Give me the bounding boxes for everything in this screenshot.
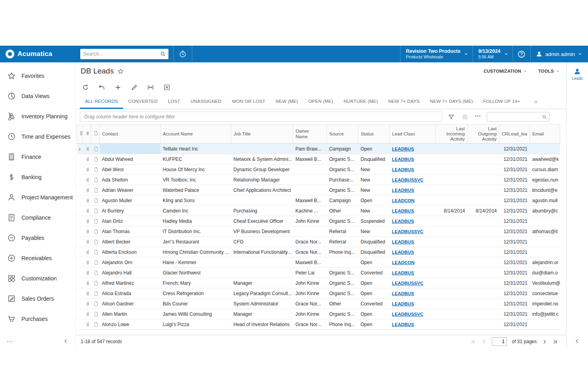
- crlead-cell[interactable]: 12/31/2021: [499, 144, 530, 154]
- lead-class-cell[interactable]: LEADBUS: [390, 319, 436, 330]
- crlead-cell[interactable]: 12/31/2021: [499, 299, 530, 309]
- tab-unassigned[interactable]: UNASSIGNED: [186, 95, 227, 109]
- crlead-cell[interactable]: 12/31/2021: [499, 195, 530, 206]
- last-incoming-cell[interactable]: [436, 319, 468, 330]
- sidebar-item-receivables[interactable]: Receivables: [0, 248, 75, 268]
- sidebar-item-project-management[interactable]: Project Management: [0, 187, 75, 207]
- table-row[interactable]: Ada Shelton VR Toolbox; Inc Relationship…: [77, 175, 560, 185]
- customization-menu[interactable]: CUSTOMIZATION: [484, 69, 527, 73]
- contact-cell[interactable]: Alejandrin Orn: [100, 257, 161, 268]
- note-icon[interactable]: [93, 208, 99, 214]
- paperclip-icon[interactable]: [85, 260, 91, 265]
- tabs-overflow-button[interactable]: [533, 95, 538, 109]
- contact-cell[interactable]: Alonzo Lowe: [100, 319, 161, 330]
- last-outgoing-cell[interactable]: [468, 144, 499, 154]
- account-cell[interactable]: Jen"s Restaurant: [161, 237, 231, 247]
- email-cell[interactable]: [530, 319, 560, 330]
- note-icon[interactable]: [93, 198, 99, 203]
- page-number-input[interactable]: [492, 337, 507, 346]
- side-panel-leads[interactable]: Leads: [572, 68, 582, 81]
- lead-class-link[interactable]: LEADBUSSVC: [392, 312, 424, 317]
- column-config-header[interactable]: [77, 125, 83, 144]
- table-row[interactable]: Alonzo Lowe Luigi's Pizza Head of Invest…: [77, 319, 560, 330]
- table-row[interactable]: Agustin Muller Kling and Sons Maxwell B.…: [77, 195, 560, 206]
- sidebar-item-data-views[interactable]: Data Views: [0, 86, 75, 106]
- export-excel-icon[interactable]: [163, 84, 170, 91]
- email-cell[interactable]: Vestibulum@: [530, 278, 560, 288]
- filter-drop-zone[interactable]: Drag column header here to configure fil…: [80, 112, 442, 122]
- lead-class-cell[interactable]: LEADBUS: [390, 299, 436, 309]
- paperclip-icon[interactable]: [85, 239, 91, 245]
- job-cell[interactable]: Legacy Paradigm Consult...: [231, 288, 293, 299]
- crlead-cell[interactable]: 12/31/2021: [499, 164, 530, 175]
- note-icon[interactable]: [93, 218, 99, 224]
- crlead-cell[interactable]: 12/31/2021: [499, 268, 530, 278]
- last-outgoing-cell[interactable]: [468, 185, 499, 195]
- status-cell[interactable]: Suspended: [358, 216, 390, 226]
- sidebar-item-finance[interactable]: Finance: [0, 147, 75, 167]
- job-cell[interactable]: CFO: [231, 237, 293, 247]
- paperclip-icon[interactable]: [85, 301, 91, 307]
- job-cell[interactable]: Manager: [231, 278, 293, 288]
- paperclip-icon[interactable]: [85, 249, 91, 255]
- account-cell[interactable]: Camden Inc: [161, 206, 231, 216]
- email-cell[interactable]: agustin.mull: [530, 195, 560, 206]
- account-cell[interactable]: French; Mary: [161, 278, 231, 288]
- lead-class-cell[interactable]: LEADBUS: [390, 144, 436, 154]
- last-outgoing-cell[interactable]: [468, 195, 499, 206]
- contact-cell[interactable]: Alison Gardner: [100, 299, 161, 309]
- table-row[interactable]: Alfred Martinez French; Mary Manager Joh…: [77, 278, 560, 288]
- last-incoming-cell[interactable]: [436, 164, 468, 175]
- table-row[interactable]: Al Bumbry Camden Inc Purchasing Kachine …: [77, 206, 560, 216]
- help-button[interactable]: [513, 46, 530, 62]
- note-icon[interactable]: [93, 249, 99, 255]
- owner-cell[interactable]: Grace Nor...: [293, 247, 327, 257]
- owner-cell[interactable]: John Kinne: [293, 309, 327, 319]
- last-incoming-cell[interactable]: [436, 237, 468, 247]
- last-incoming-cell[interactable]: [436, 268, 468, 278]
- status-cell[interactable]: Open: [358, 257, 390, 268]
- crlead-cell[interactable]: 12/31/2021: [499, 309, 530, 319]
- owner-cell[interactable]: John Kinne: [293, 278, 327, 288]
- tab-new-7-days[interactable]: NEW 7+ DAYS: [383, 95, 425, 109]
- email-cell[interactable]: [530, 144, 560, 154]
- note-icon[interactable]: [93, 311, 99, 317]
- last-outgoing-cell[interactable]: [468, 247, 499, 257]
- paperclip-icon[interactable]: [85, 229, 91, 234]
- contact-cell[interactable]: Alberta Erickson: [100, 247, 161, 257]
- note-icon[interactable]: [93, 322, 99, 327]
- owner-cell[interactable]: Grace Nor...: [293, 319, 327, 330]
- owner-cell[interactable]: [293, 185, 327, 195]
- job-cell[interactable]: International Functionality...: [231, 247, 293, 257]
- last-outgoing-cell[interactable]: [468, 309, 499, 319]
- lead-class-link[interactable]: LEADBUS: [392, 250, 414, 255]
- tab-follow-up-14[interactable]: FOLLOW UP 14+: [478, 95, 525, 109]
- note-icon[interactable]: [93, 146, 99, 152]
- favorite-star-icon[interactable]: [117, 68, 124, 75]
- last-incoming-cell[interactable]: [436, 309, 468, 319]
- job-cell[interactable]: [231, 268, 293, 278]
- crlead-cell[interactable]: 12/31/2021: [499, 319, 530, 330]
- last-outgoing-cell[interactable]: [468, 288, 499, 299]
- search-icon[interactable]: [160, 51, 166, 57]
- contact-cell[interactable]: Albert Becker: [100, 237, 161, 247]
- last-incoming-cell[interactable]: [436, 175, 468, 185]
- lead-class-link[interactable]: LEADBUS: [392, 291, 414, 296]
- paperclip-icon[interactable]: [85, 177, 91, 183]
- last-outgoing-cell[interactable]: [468, 299, 499, 309]
- lead-class-link[interactable]: LEADBUSSVC: [392, 178, 424, 182]
- table-row[interactable]: Abel West House Of Mercy Inc Dynamic Gro…: [77, 164, 560, 175]
- first-page-icon[interactable]: [470, 339, 476, 345]
- lead-class-cell[interactable]: LEADBUS: [390, 237, 436, 247]
- lead-class-link[interactable]: LEADCON: [392, 198, 415, 203]
- lead-class-cell[interactable]: LEADBUSSVC: [390, 278, 436, 288]
- account-cell[interactable]: House Of Mercy Inc: [161, 164, 231, 175]
- global-search-input[interactable]: [83, 51, 160, 57]
- source-cell[interactable]: Organic S...: [327, 288, 358, 299]
- email-cell[interactable]: info@jwillit.c: [530, 309, 560, 319]
- paperclip-icon[interactable]: [85, 270, 91, 276]
- paperclip-icon[interactable]: [85, 187, 91, 193]
- status-cell[interactable]: New: [358, 185, 390, 195]
- account-cell[interactable]: Telltale Heart Inc: [161, 144, 231, 154]
- last-incoming-column-header[interactable]: Last Incoming Activity: [436, 125, 468, 144]
